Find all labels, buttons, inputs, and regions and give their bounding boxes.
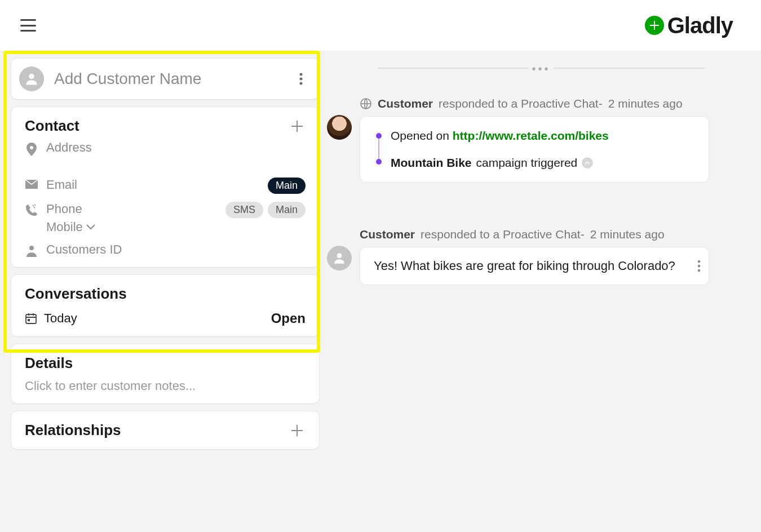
- conversation-date: Today: [44, 311, 77, 326]
- customer-id-label: Customers ID: [46, 242, 122, 257]
- event-actor: Customer: [378, 97, 433, 110]
- phone-row[interactable]: Phone Mobile SMS Main: [25, 202, 306, 234]
- customer-message-card: Yes! What bikes are great for biking thr…: [360, 247, 709, 285]
- details-card[interactable]: Details Click to enter customer notes...: [11, 344, 319, 404]
- proactive-chat-card: Opened on http://www.retale.com/bikes Mo…: [360, 116, 709, 183]
- phone-label: Phone: [46, 202, 82, 216]
- svg-point-0: [29, 74, 34, 79]
- svg-point-2: [300, 78, 303, 81]
- menu-button[interactable]: [20, 19, 36, 32]
- timeline-divider[interactable]: •••: [378, 68, 705, 69]
- details-title: Details: [25, 354, 306, 372]
- ellipsis-icon: •••: [528, 63, 554, 76]
- conversation-status: Open: [271, 311, 306, 326]
- globe-icon: [360, 97, 372, 110]
- phone-type-dropdown[interactable]: Mobile: [46, 220, 218, 234]
- phone-main-badge: Main: [268, 202, 306, 218]
- timeline-bullet-icon: [376, 159, 382, 165]
- person-icon: [25, 242, 38, 257]
- address-row[interactable]: Address: [25, 140, 306, 156]
- event-meta: Customer responded to a Proactive Chat- …: [360, 228, 738, 241]
- event-timestamp: 2 minutes ago: [590, 228, 665, 241]
- app-header: Gladly: [0, 0, 761, 51]
- email-row[interactable]: Email Main: [25, 178, 306, 194]
- customer-message-event: Customer responded to a Proactive Chat- …: [327, 228, 738, 285]
- customer-menu-button[interactable]: [293, 71, 309, 87]
- email-main-badge: Main: [268, 178, 306, 194]
- customer-photo-avatar: [327, 115, 352, 140]
- contact-card: Contact Address Email: [11, 107, 319, 267]
- message-menu-button[interactable]: [697, 260, 701, 272]
- event-meta: Customer responded to a Proactive Chat- …: [360, 97, 738, 110]
- phone-sms-badge: SMS: [225, 202, 263, 218]
- svg-point-9: [698, 260, 700, 263]
- conversations-card[interactable]: Conversations Today Open: [11, 275, 319, 336]
- calendar-icon: [25, 312, 37, 325]
- contact-title: Contact: [25, 117, 79, 135]
- brand-logo: Gladly: [645, 13, 733, 38]
- phone-icon: [25, 202, 38, 216]
- svg-point-11: [698, 269, 700, 272]
- envelope-icon: [25, 178, 38, 189]
- customer-avatar-icon: [19, 66, 44, 91]
- proactive-chat-event: Customer responded to a Proactive Chat- …: [327, 97, 738, 183]
- event-actor: Customer: [360, 228, 415, 241]
- event-timestamp: 2 minutes ago: [608, 97, 683, 110]
- email-label: Email: [46, 178, 77, 192]
- timeline-panel: ••• Customer responded to a Proactive Ch…: [327, 51, 761, 532]
- timeline-bullet-icon: [376, 133, 382, 139]
- event-action: responded to a Proactive Chat-: [421, 228, 585, 241]
- phone-subtype-label: Mobile: [46, 220, 83, 234]
- customer-name-input[interactable]: Add Customer Name: [54, 70, 283, 88]
- event-action: responded to a Proactive Chat-: [439, 97, 603, 110]
- svg-point-10: [698, 265, 700, 267]
- svg-point-1: [300, 73, 303, 76]
- conversations-title: Conversations: [25, 285, 306, 303]
- brand-plus-icon: [645, 16, 664, 35]
- address-label: Address: [46, 140, 92, 155]
- main-body: Add Customer Name Contact Address: [0, 51, 761, 532]
- details-placeholder: Click to enter customer notes...: [25, 379, 306, 393]
- svg-rect-6: [28, 319, 30, 321]
- svg-point-4: [29, 246, 34, 250]
- chevron-down-icon: [86, 224, 95, 230]
- location-pin-icon: [25, 140, 38, 156]
- timeline-connector: [378, 139, 379, 159]
- message-text: Yes! What bikes are great for biking thr…: [374, 259, 675, 273]
- customer-placeholder-avatar: [327, 246, 352, 271]
- campaign-suffix: campaign triggered: [476, 156, 578, 170]
- collapse-toggle[interactable]: [582, 157, 593, 169]
- add-contact-button[interactable]: [289, 118, 306, 135]
- customer-id-row[interactable]: Customers ID: [25, 242, 306, 257]
- add-relationship-button[interactable]: [289, 422, 306, 439]
- left-panel: Add Customer Name Contact Address: [0, 51, 327, 532]
- opened-on-label: Opened on: [391, 129, 453, 142]
- campaign-name: Mountain Bike: [391, 156, 472, 170]
- relationships-card: Relationships: [11, 411, 319, 449]
- svg-point-8: [337, 253, 342, 258]
- customer-name-card: Add Customer Name: [11, 59, 319, 99]
- relationships-title: Relationships: [25, 422, 121, 439]
- brand-name: Gladly: [667, 13, 733, 38]
- svg-rect-5: [26, 314, 36, 323]
- opened-url-link[interactable]: http://www.retale.com/bikes: [453, 129, 609, 142]
- svg-point-3: [300, 82, 303, 85]
